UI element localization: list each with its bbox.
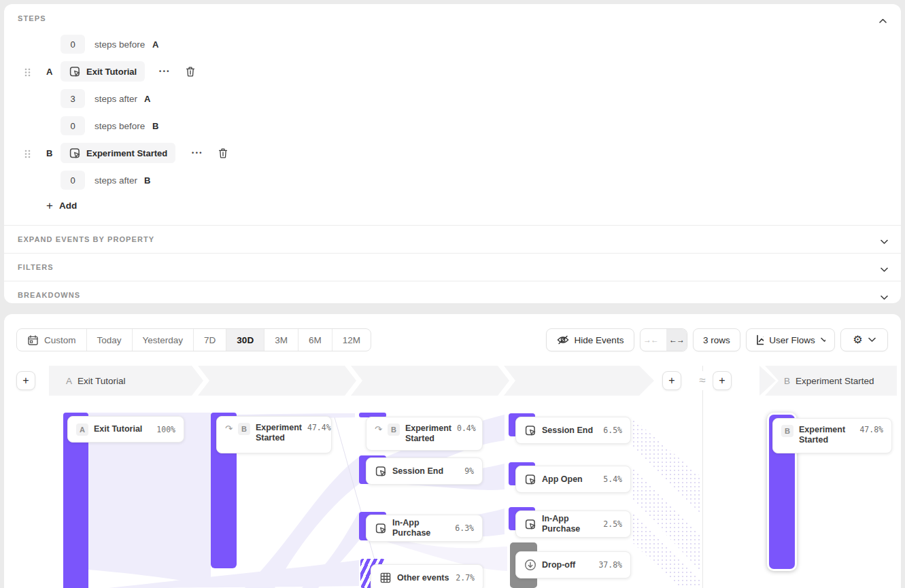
section-label: EXPAND EVENTS BY PROPERTY bbox=[18, 235, 154, 243]
step-a-letter: A bbox=[46, 67, 52, 77]
steps-panel: STEPS 0 steps before A A Exit Tutorial •… bbox=[4, 4, 901, 303]
custom-event-icon bbox=[69, 148, 81, 159]
step-b-event-name: Experiment Started bbox=[86, 148, 167, 158]
trash-icon bbox=[218, 148, 228, 159]
chevron-down-icon bbox=[881, 263, 891, 273]
steps-after-b-ref: B bbox=[144, 175, 150, 186]
drag-handle-icon[interactable] bbox=[24, 149, 31, 161]
steps-after-b-label: steps after bbox=[95, 175, 137, 186]
node-card-experiment-started[interactable]: ↷ B Experiment Started 0.4% bbox=[366, 417, 483, 451]
custom-event-icon bbox=[524, 425, 536, 436]
node-card-in-app-purchase[interactable]: In-App Purchase 6.3% bbox=[366, 515, 483, 542]
add-step-label: Add bbox=[59, 201, 77, 211]
step-b-event-button[interactable]: Experiment Started bbox=[61, 143, 175, 163]
custom-event-icon bbox=[524, 519, 536, 530]
section-expand-events-by-property[interactable]: EXPAND EVENTS BY PROPERTY bbox=[4, 226, 901, 253]
step-a-event-name: Exit Tutorial bbox=[86, 67, 137, 77]
steps-before-a-input[interactable]: 0 bbox=[61, 35, 85, 54]
step-b-letter: B bbox=[46, 148, 52, 158]
user-flows-report: STEPS 0 steps before A A Exit Tutorial •… bbox=[0, 0, 905, 588]
steps-before-a-ref: A bbox=[152, 39, 158, 50]
chevron-up-icon bbox=[879, 18, 887, 24]
step-a-more-button[interactable]: ••• bbox=[159, 68, 171, 75]
repeat-arrow-icon: ↷ bbox=[375, 423, 382, 436]
steps-after-a-label: steps after bbox=[95, 94, 137, 104]
node-card-session-end[interactable]: Session End 6.5% bbox=[515, 417, 631, 444]
custom-event-icon bbox=[69, 66, 81, 77]
step-badge: B bbox=[238, 423, 250, 435]
node-card-exit-tutorial[interactable]: A Exit Tutorial 100% bbox=[67, 416, 184, 443]
step-a-row: A Exit Tutorial ••• bbox=[4, 61, 901, 82]
steps-panel-title: STEPS bbox=[18, 14, 46, 22]
steps-before-b-ref: B bbox=[152, 121, 158, 131]
step-b-delete-button[interactable] bbox=[218, 148, 228, 162]
chevron-down-icon bbox=[881, 235, 891, 245]
section-label: FILTERS bbox=[18, 263, 54, 271]
step-a-delete-button[interactable] bbox=[185, 66, 196, 80]
node-card-drop-off[interactable]: Drop-off 37.8% bbox=[515, 551, 631, 578]
node-card-experiment-started[interactable]: ↷ B Experiment Started 47.4% bbox=[216, 416, 332, 453]
chevron-down-icon bbox=[881, 291, 891, 300]
steps-before-b-row: 0 steps before B bbox=[4, 116, 901, 136]
custom-event-icon bbox=[524, 474, 536, 485]
add-step-button[interactable]: + Add bbox=[46, 200, 77, 211]
node-card-app-open[interactable]: App Open 5.4% bbox=[515, 466, 631, 493]
steps-before-b-input[interactable]: 0 bbox=[61, 116, 85, 135]
node-card-session-end[interactable]: Session End 9% bbox=[366, 457, 483, 485]
step-badge: B bbox=[388, 423, 400, 436]
steps-before-a-label: steps before bbox=[95, 39, 145, 50]
repeat-arrow-icon: ↷ bbox=[225, 423, 233, 435]
plus-icon: + bbox=[46, 200, 53, 211]
step-badge: B bbox=[781, 425, 793, 437]
custom-event-icon bbox=[375, 523, 387, 534]
node-card-experiment-started-selected[interactable]: B Experiment Started 47.8% bbox=[772, 418, 892, 453]
section-breakdowns[interactable]: BREAKDOWNS bbox=[4, 281, 901, 309]
step-b-more-button[interactable]: ••• bbox=[192, 150, 203, 156]
steps-before-a-row: 0 steps before A bbox=[4, 34, 901, 54]
steps-after-b-input[interactable]: 0 bbox=[61, 171, 85, 190]
steps-after-a-input[interactable]: 3 bbox=[61, 89, 85, 108]
steps-after-a-ref: A bbox=[144, 94, 150, 104]
grid-icon bbox=[379, 572, 392, 584]
drag-handle-icon[interactable] bbox=[24, 67, 31, 80]
step-b-row: B Experiment Started ••• bbox=[4, 143, 901, 163]
drop-off-icon bbox=[524, 559, 536, 571]
step-badge: A bbox=[76, 423, 88, 436]
steps-before-b-label: steps before bbox=[95, 121, 145, 131]
section-filters[interactable]: FILTERS bbox=[4, 254, 901, 281]
custom-event-icon bbox=[375, 466, 387, 477]
steps-collapse-button[interactable] bbox=[879, 14, 890, 24]
steps-after-a-row: 3 steps after A bbox=[4, 88, 901, 109]
node-card-other-events[interactable]: Other events 2.7% bbox=[371, 564, 483, 588]
section-label: BREAKDOWNS bbox=[18, 291, 80, 299]
trash-icon bbox=[185, 66, 196, 77]
step-a-event-button[interactable]: Exit Tutorial bbox=[61, 61, 145, 82]
node-card-in-app-purchase[interactable]: In-App Purchase 2.5% bbox=[515, 511, 631, 538]
steps-after-b-row: 0 steps after B bbox=[4, 170, 901, 190]
flow-chart-panel: Custom Today Yesterday 7D 30D 3M 6M 12M … bbox=[4, 314, 901, 588]
